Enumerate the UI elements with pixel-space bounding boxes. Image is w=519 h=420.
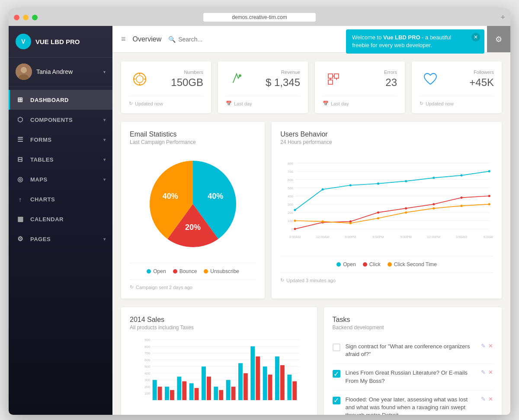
stat-info-0: Numbers 150GB	[157, 70, 203, 89]
dot-line2-4	[405, 211, 407, 213]
new-tab-btn[interactable]: +	[500, 13, 505, 22]
sidebar-user[interactable]: Tania Andrew ▾	[9, 57, 112, 86]
task-delete-btn-2[interactable]: ✕	[488, 396, 493, 402]
bar-y-label-4: 400	[144, 372, 151, 375]
stat-info-2: Errors 23	[351, 70, 397, 89]
y-label-8: 800	[288, 162, 293, 165]
bar-blue-9	[263, 366, 267, 400]
bar-red-8	[256, 356, 260, 400]
stat-value-3: +45K	[448, 76, 494, 89]
sidebar-brand: V VUE LBD PRO	[9, 26, 112, 57]
search-input[interactable]	[178, 36, 230, 43]
dot-line2-3	[377, 217, 379, 219]
search-icon: 🔍	[168, 36, 176, 43]
chart-row: Email Statistics Last Campaign Performan…	[121, 122, 502, 299]
y-label-7: 700	[288, 170, 293, 174]
task-checkbox-2[interactable]: ✓	[333, 397, 340, 404]
nav-list: ⊞ DASHBOARD ⬡ COMPONENTS ▾ ☰ FORMS ▾ ⊟ T…	[9, 86, 112, 415]
sidebar-item-pages[interactable]: ⚙ PAGES ▾	[9, 229, 112, 249]
bar-red-3	[195, 388, 199, 400]
svg-point-9	[239, 74, 241, 77]
x-label-0: 9:00AM	[289, 235, 301, 239]
task-actions-0: ✎ ✕	[481, 343, 493, 349]
task-edit-btn-0[interactable]: ✎	[481, 343, 486, 349]
sidebar-item-maps[interactable]: ◎ MAPS ▾	[9, 169, 112, 189]
x-label-5: 12:00PM	[427, 235, 440, 239]
stat-card-0: Numbers 150GB ↻ Updated now	[121, 61, 211, 113]
legend-line-open: Open	[336, 261, 356, 267]
nav-caret-icon: ▾	[103, 237, 106, 242]
task-item-2: ✓ Flooded: One year later, assessing wha…	[333, 391, 493, 415]
users-behavior-footer-text: Updated 3 minutes ago	[286, 278, 336, 283]
task-delete-btn-0[interactable]: ✕	[488, 343, 493, 349]
stat-label-1: Revenue	[254, 70, 300, 75]
legend-bounce: Bounce	[173, 268, 197, 274]
y-label-3: 300	[288, 203, 293, 207]
stat-icon-0	[129, 68, 151, 90]
stat-card-top-1: Revenue $ 1,345	[226, 68, 300, 96]
maps-nav-icon: ◎	[16, 175, 25, 184]
minimize-btn[interactable]	[23, 15, 29, 20]
email-stats-footer-text: Campaign sent 2 days ago	[136, 285, 192, 290]
stat-value-0: 150GB	[157, 76, 203, 89]
pie-label-bounce: 20%	[185, 223, 201, 232]
dot-line1-3	[377, 211, 379, 213]
settings-icon[interactable]: ⚙	[487, 26, 510, 52]
dot-line1-4	[405, 207, 407, 210]
legend-unsub: Unsubscribe	[204, 268, 239, 274]
bar-red-2	[182, 381, 186, 400]
x-label-3: 6:00PM	[373, 235, 384, 239]
task-edit-btn-1[interactable]: ✎	[481, 369, 486, 375]
pie-label-unsubscribe: 40%	[163, 192, 178, 200]
task-item-0: Sign contract for "What are conference o…	[333, 337, 493, 364]
main-content: ≡ Overview 🔍 Welcome to Vue LBD PRO - a …	[112, 26, 510, 415]
bar-y-label-1: 100	[144, 391, 151, 395]
notif-close-btn[interactable]: ✕	[471, 33, 480, 41]
legend-dot-open	[147, 269, 151, 274]
task-edit-btn-2[interactable]: ✎	[481, 396, 486, 402]
dot-line2-2	[349, 222, 352, 224]
y-label-4: 400	[288, 194, 293, 198]
sidebar-item-calendar[interactable]: ▦ CALENDAR	[9, 209, 112, 229]
sidebar-item-dashboard[interactable]: ⊞ DASHBOARD	[9, 90, 112, 110]
close-btn[interactable]	[14, 15, 19, 20]
stat-card-top-3: Followers +45K	[420, 68, 494, 96]
sidebar-item-forms[interactable]: ☰ FORMS ▾	[9, 130, 112, 150]
y-label-2: 200	[288, 211, 293, 215]
stat-footer-text-3: Updated now	[426, 101, 454, 106]
tables-nav-icon: ⊟	[16, 155, 25, 164]
email-stats-card: Email Statistics Last Campaign Performan…	[121, 122, 265, 299]
sidebar-item-components[interactable]: ⬡ COMPONENTS ▾	[9, 110, 112, 130]
legend-dot-bounce	[173, 269, 177, 274]
dot-line0-3	[377, 182, 379, 185]
url-bar[interactable]: demos.creative-tim.com	[203, 13, 316, 22]
users-behavior-title: Users Behavior	[280, 130, 493, 138]
stat-label-0: Numbers	[157, 70, 203, 75]
legend-dot-line-second	[388, 262, 392, 267]
task-delete-btn-1[interactable]: ✕	[488, 369, 493, 375]
pie-chart-container: 40%20%40%	[130, 152, 256, 256]
dot-line0-7	[488, 170, 490, 172]
bar-blue-8	[250, 347, 255, 400]
bar-blue-4	[202, 366, 206, 400]
bar-blue-10	[275, 356, 279, 400]
sidebar-item-label: CALENDAR	[30, 216, 64, 223]
maximize-btn[interactable]	[32, 15, 38, 20]
bar-blue-0	[153, 380, 157, 400]
bar-y-label-6: 600	[144, 358, 151, 362]
sidebar-item-label: DASHBOARD	[30, 97, 69, 103]
sidebar-item-charts[interactable]: ↑ CHARTS	[9, 189, 112, 209]
stat-info-3: Followers +45K	[448, 70, 494, 89]
legend-line-second: Click Second Time	[388, 261, 437, 267]
stat-footer-2: 📅 Last day	[323, 96, 397, 106]
legend-line-open-label: Open	[343, 261, 356, 267]
menu-icon[interactable]: ≡	[121, 35, 126, 44]
task-checkbox-1[interactable]: ✓	[333, 370, 340, 378]
stat-footer-0: ↻ Updated now	[129, 96, 203, 106]
task-checkbox-0[interactable]	[333, 344, 340, 351]
bar-blue-1	[165, 387, 169, 400]
sidebar-item-tables[interactable]: ⊟ TABLES ▾	[9, 150, 112, 169]
email-stats-title: Email Statistics	[130, 130, 256, 138]
svg-point-3	[134, 73, 146, 85]
topbar: ≡ Overview 🔍 Welcome to Vue LBD PRO - a …	[112, 26, 510, 53]
